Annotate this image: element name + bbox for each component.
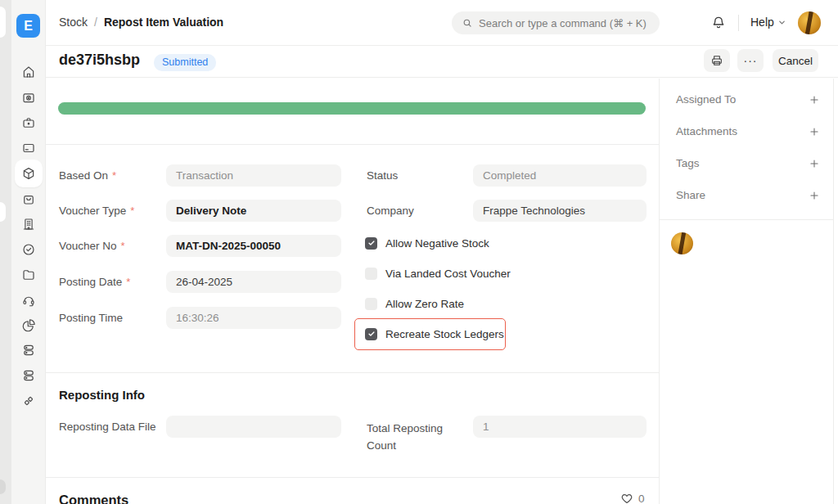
- checkbox-icon[interactable]: [365, 268, 377, 280]
- field-label-posting-date: Posting Date: [59, 276, 130, 288]
- menu-ellipsis-button[interactable]: ···: [737, 49, 764, 72]
- field-label-posting-time: Posting Time: [59, 312, 123, 324]
- plus-icon: [809, 126, 820, 137]
- reposting-progress-bar: [58, 102, 646, 115]
- top-navbar: Stock / Repost Item Valuation Search or …: [46, 0, 838, 46]
- checkbox-label: Via Landed Cost Voucher: [385, 268, 511, 280]
- field-input-status[interactable]: Completed: [473, 164, 647, 187]
- chevron-down-icon: [777, 18, 786, 27]
- field-input-based-on[interactable]: Transaction: [166, 164, 341, 187]
- field-label-status: Status: [367, 169, 398, 182]
- cancel-button[interactable]: Cancel: [773, 49, 818, 72]
- integrations-icon[interactable]: [21, 394, 36, 408]
- sidebar-item-share: Share: [676, 189, 820, 201]
- quality-icon[interactable]: [21, 242, 36, 257]
- breadcrumb-section[interactable]: Stock: [59, 16, 88, 29]
- section-heading-reposting-info[interactable]: Reposting Info: [59, 388, 145, 402]
- plus-icon: [809, 158, 820, 169]
- user-avatar[interactable]: [798, 11, 821, 34]
- checkbox-row-allow-negative-stock[interactable]: Allow Negative Stock: [365, 236, 489, 250]
- search-icon: [462, 17, 473, 29]
- page-head: de37i5hsbp Submitted ··· Cancel: [46, 46, 838, 78]
- page-title: de37i5hsbp: [59, 52, 140, 69]
- add-tag-button[interactable]: [809, 158, 820, 169]
- checkbox-row-recreate-stock-ledgers[interactable]: Recreate Stock Ledgers: [365, 327, 504, 340]
- header-divider: [738, 15, 739, 31]
- section-divider: [46, 477, 659, 478]
- sidebar-label: Share: [676, 189, 705, 201]
- help-label: Help: [750, 16, 774, 29]
- sidebar-item-assigned-to: Assigned To: [676, 93, 820, 106]
- field-input-voucher-type[interactable]: Delivery Note: [166, 200, 341, 222]
- field-label-reposting-data-file: Reposting Data File: [59, 421, 156, 433]
- checkbox-row-allow-zero-rate[interactable]: Allow Zero Rate: [365, 297, 464, 310]
- print-button[interactable]: [704, 49, 730, 72]
- check-icon: [367, 330, 376, 338]
- buying-icon[interactable]: [21, 115, 36, 130]
- breadcrumb: Stock / Repost Item Valuation: [59, 16, 223, 29]
- viewer-avatar[interactable]: [671, 232, 693, 254]
- assets-icon[interactable]: [21, 343, 36, 358]
- field-input-company[interactable]: Frappe Technologies: [473, 200, 647, 222]
- field-input-voucher-no[interactable]: MAT-DN-2025-00050: [166, 235, 341, 257]
- erpnext-logo[interactable]: E: [16, 14, 40, 38]
- projects-icon[interactable]: [21, 268, 36, 282]
- field-input-posting-date[interactable]: 26-04-2025: [166, 271, 341, 293]
- accounting-icon[interactable]: [21, 90, 36, 105]
- help-menu[interactable]: Help: [750, 16, 786, 29]
- heart-icon[interactable]: [620, 492, 633, 504]
- home-icon[interactable]: [21, 65, 36, 79]
- edge-sliver: [0, 7, 6, 38]
- breadcrumb-page[interactable]: Repost Item Valuation: [104, 16, 223, 29]
- stock-icon[interactable]: [21, 166, 36, 181]
- like-counter[interactable]: 0: [620, 492, 645, 504]
- plus-icon: [809, 94, 820, 106]
- window-edge-strip: [0, 0, 11, 504]
- sidebar-label: Assigned To: [676, 93, 736, 106]
- progress-fill: [58, 102, 646, 115]
- manufacturing-icon[interactable]: [21, 217, 36, 232]
- notifications-bell-icon[interactable]: [710, 15, 727, 31]
- field-input-posting-time[interactable]: 16:30:26: [166, 307, 341, 329]
- sidebar-item-tags: Tags: [676, 157, 820, 169]
- sidebar-label: Attachments: [676, 125, 737, 137]
- section-heading-comments: Comments: [59, 493, 128, 504]
- add-share-button[interactable]: [809, 190, 820, 201]
- checkbox-row-via-landed-cost-voucher[interactable]: Via Landed Cost Voucher: [365, 267, 511, 280]
- main-sidebar-divider: [659, 79, 660, 504]
- section-divider: [46, 144, 659, 145]
- global-search-input[interactable]: Search or type a command (⌘ + K): [452, 11, 660, 34]
- sidebar-label: Tags: [676, 157, 700, 169]
- checkbox-label: Recreate Stock Ledgers: [385, 328, 504, 340]
- section-divider: [46, 372, 659, 373]
- breadcrumb-separator: /: [94, 16, 97, 29]
- checkbox-icon[interactable]: [365, 328, 377, 340]
- check-icon: [367, 239, 376, 247]
- add-assignment-button[interactable]: [809, 94, 820, 106]
- field-input-reposting-data-file[interactable]: [166, 416, 341, 438]
- bag-icon[interactable]: [21, 191, 36, 206]
- status-badge: Submitted: [154, 54, 216, 71]
- checkbox-icon[interactable]: [365, 237, 377, 250]
- support-icon[interactable]: [21, 293, 36, 308]
- right-edge-divider: [833, 79, 834, 504]
- left-module-rail: E: [11, 0, 46, 504]
- sidebar-item-attachments: Attachments: [676, 125, 820, 137]
- checkbox-icon[interactable]: [365, 298, 377, 310]
- field-label-company: Company: [367, 205, 414, 217]
- like-count: 0: [638, 493, 645, 504]
- crm-icon[interactable]: [21, 368, 36, 383]
- search-placeholder: Search or type a command (⌘ + K): [479, 17, 647, 29]
- analytics-icon[interactable]: [21, 318, 36, 333]
- field-label-total-reposting-count: Total Reposting Count: [367, 421, 457, 455]
- checkbox-label: Allow Negative Stock: [385, 237, 489, 250]
- field-label-voucher-no: Voucher No: [59, 240, 125, 252]
- field-label-voucher-type: Voucher Type: [59, 205, 134, 217]
- edge-sliver: [0, 202, 6, 222]
- field-label-based-on: Based On: [59, 169, 116, 182]
- selling-icon[interactable]: [21, 141, 36, 155]
- edge-sliver: [0, 479, 6, 494]
- field-input-total-reposting-count[interactable]: 1: [473, 416, 647, 438]
- plus-icon: [809, 190, 820, 201]
- add-attachment-button[interactable]: [809, 126, 820, 137]
